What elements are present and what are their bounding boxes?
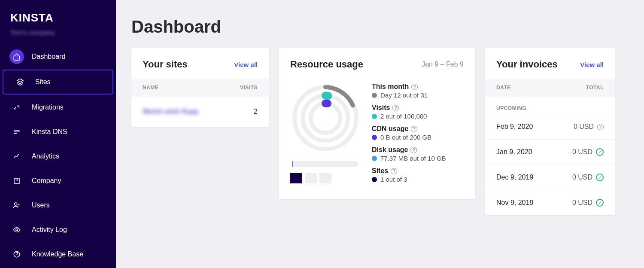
table-row[interactable]: Welsh wish flupp 2 [131,97,269,127]
check-icon: ✓ [596,148,604,156]
col-name: NAME [143,85,158,91]
metric-label: CDN usage [372,125,408,133]
sidebar: KINSTA Tom's company Dashboard Sites Mig… [0,0,116,268]
site-name: Welsh wish flupp [143,108,198,116]
upcoming-label: UPCOMING [485,97,615,114]
nav: Dashboard Sites Migrations Kinsta DNS An… [0,45,116,266]
invoice-row[interactable]: Jan 9, 2020 0 USD✓ [485,139,615,164]
dns-icon [9,125,24,139]
page-title: Dashboard [131,17,629,37]
invoices-card: Your invoices View all DATE TOTAL UPCOMI… [485,48,615,215]
metric-value: 0 B out of 200 GB [380,134,431,141]
nav-users[interactable]: Users [0,194,116,217]
site-block-empty [319,173,331,183]
invoice-amount: 0 USD [572,174,592,181]
nav-label: Users [32,201,50,209]
invoices-title: Your invoices [496,59,558,70]
dot-icon [372,135,377,140]
metric-label: Sites [372,167,388,175]
invoice-date: Dec 9, 2019 [496,174,533,181]
sites-table-head: NAME VISITS [131,79,269,97]
company-name: Tom's company [0,27,116,44]
check-icon: ✓ [596,174,604,181]
metric-disk: Disk usage? 77.37 MB out of 10 GB [372,146,464,162]
dot-icon [372,156,377,161]
help-icon[interactable]: ? [597,124,604,130]
metric-value: 2 out of 100,000 [380,113,427,120]
nav-company[interactable]: Company [0,169,116,192]
invoice-amount: 0 USD [572,199,592,207]
resource-card: Resource usage Jan 9 – Feb 9 [279,48,475,199]
main: Dashboard Your sites View all NAME VISIT… [116,0,644,268]
nav-dns[interactable]: Kinsta DNS [0,120,116,143]
help-icon [9,247,24,262]
col-date: DATE [496,85,511,91]
help-icon[interactable]: ? [411,84,418,90]
check-icon: ✓ [596,199,604,207]
nav-label: Dashboard [32,53,65,61]
resource-range: Jan 9 – Feb 9 [422,61,464,68]
help-icon[interactable]: ? [392,105,399,111]
invoice-date: Jan 9, 2020 [496,148,532,156]
site-block-empty [305,173,317,183]
nav-analytics[interactable]: Analytics [0,145,116,168]
invoice-row[interactable]: Nov 9, 2019 0 USD✓ [485,190,615,215]
analytics-icon [9,149,24,164]
nav-sites[interactable]: Sites [3,70,113,94]
invoice-row[interactable]: Dec 9, 2019 0 USD✓ [485,164,615,190]
svg-point-6 [311,104,340,133]
migrate-icon [9,100,24,115]
metric-value: Day 12 out of 31 [380,91,428,99]
metric-label: Visits [372,104,390,112]
svg-point-1 [15,203,17,205]
resource-title: Resource usage [290,59,363,70]
nav-label: Sites [35,78,51,86]
layers-icon [13,75,27,89]
nav-label: Analytics [32,152,59,160]
nav-activity[interactable]: Activity Log [0,218,116,241]
invoice-row-upcoming[interactable]: Feb 9, 2020 0 USD? [485,114,615,139]
nav-dashboard[interactable]: Dashboard [0,45,116,68]
disk-bar [292,161,358,167]
help-icon[interactable]: ? [391,168,397,174]
sites-card: Your sites View all NAME VISITS Welsh wi… [131,48,269,127]
svg-rect-0 [14,178,19,183]
invoice-date: Feb 9, 2020 [496,123,533,131]
metric-value: 77.37 MB out of 10 GB [380,155,446,162]
nav-label: Migrations [32,104,64,111]
sites-title: Your sites [143,59,188,70]
site-visits: 2 [254,108,258,116]
nav-knowledge[interactable]: Knowledge Base [0,243,116,266]
nav-label: Kinsta DNS [32,128,67,136]
invoices-view-all[interactable]: View all [580,61,604,68]
dot-icon [372,93,377,98]
metric-visits: Visits? 2 out of 100,000 [372,104,464,120]
metric-sites: Sites? 1 out of 3 [372,167,464,183]
site-block-used [290,173,302,183]
help-icon[interactable]: ? [410,147,417,153]
svg-point-2 [16,229,18,231]
invoice-amount: 0 USD [574,123,594,131]
metric-label: Disk usage [372,146,408,154]
col-total: TOTAL [586,85,604,91]
resource-gauge [290,83,361,153]
nav-label: Activity Log [32,226,67,234]
home-icon [9,49,24,64]
nav-migrations[interactable]: Migrations [0,96,116,119]
help-icon[interactable]: ? [411,126,417,132]
metric-month: This month? Day 12 out of 31 [372,83,464,99]
dot-icon [372,177,377,182]
nav-label: Knowledge Base [32,250,83,258]
logo: KINSTA [0,8,116,27]
invoice-date: Nov 9, 2019 [496,199,533,207]
metric-cdn: CDN usage? 0 B out of 200 GB [372,125,464,141]
dot-icon [372,114,377,119]
nav-label: Company [32,177,61,185]
invoice-amount: 0 USD [572,148,592,156]
eye-icon [9,222,24,237]
metric-label: This month [372,83,409,91]
users-icon [9,198,24,213]
sites-view-all[interactable]: View all [234,61,258,68]
metric-value: 1 out of 3 [380,176,407,183]
sites-blocks [290,173,361,183]
